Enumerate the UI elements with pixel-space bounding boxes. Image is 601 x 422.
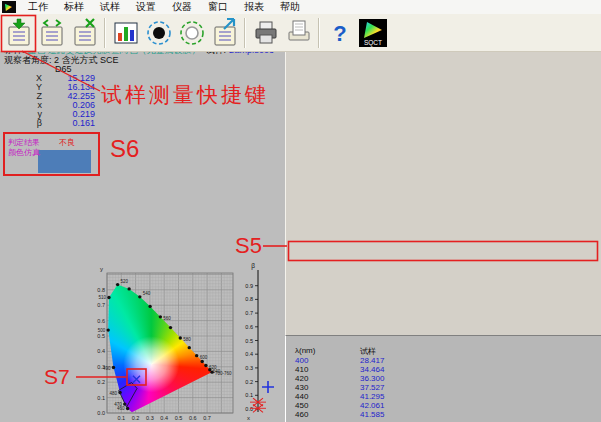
svg-text:0.0: 0.0 bbox=[97, 410, 105, 416]
toolbar-separator bbox=[104, 18, 106, 48]
wavelength-header: λ(nm) bbox=[295, 346, 315, 355]
svg-text:0.7: 0.7 bbox=[245, 310, 253, 316]
svg-text:560: 560 bbox=[163, 316, 171, 321]
toolbar-separator bbox=[318, 18, 320, 48]
shortcut-annotation: 试样测量快捷键 bbox=[101, 81, 269, 109]
target-measure-button[interactable] bbox=[142, 15, 175, 50]
menu-item-3[interactable]: 试样 bbox=[92, 0, 128, 14]
spectral-sample-value: 36.300 bbox=[360, 374, 384, 383]
menu-item-8[interactable]: 帮助 bbox=[272, 0, 308, 14]
print-preview-button[interactable] bbox=[282, 15, 315, 50]
svg-text:0.1: 0.1 bbox=[117, 415, 125, 421]
menu-item-4[interactable]: 设置 bbox=[128, 0, 164, 14]
beta-limit-marker bbox=[253, 398, 263, 406]
svg-text:0.6: 0.6 bbox=[245, 324, 253, 330]
question-mark-icon: ? bbox=[326, 18, 354, 48]
svg-text:0.4: 0.4 bbox=[245, 351, 253, 357]
menu-item-6[interactable]: 窗口 bbox=[200, 0, 236, 14]
svg-text:SQCT: SQCT bbox=[363, 39, 381, 47]
svg-text:0.3: 0.3 bbox=[97, 364, 105, 370]
svg-text:0.5: 0.5 bbox=[245, 338, 253, 344]
judgment-result-value: 不良 bbox=[59, 137, 75, 148]
svg-text:x: x bbox=[247, 415, 250, 421]
svg-text:480: 480 bbox=[110, 391, 118, 396]
svg-text:600: 600 bbox=[200, 355, 208, 360]
help-button[interactable]: ? bbox=[323, 15, 356, 50]
chromaticity-diagram bbox=[107, 273, 233, 413]
svg-text:0.7: 0.7 bbox=[203, 415, 211, 421]
export-button[interactable] bbox=[208, 15, 241, 50]
sqct-logo-icon: SQCT bbox=[358, 18, 388, 48]
measure-sample-button[interactable] bbox=[2, 15, 35, 50]
svg-text:500: 500 bbox=[98, 328, 106, 333]
delete-record-button[interactable] bbox=[68, 15, 101, 50]
readout-row-β: β0.161 bbox=[0, 118, 95, 128]
wavelength-value: 400 bbox=[295, 356, 308, 365]
browse-records-button[interactable] bbox=[35, 15, 68, 50]
color-simulation-swatch bbox=[38, 150, 91, 173]
toolbar: ? SQCT bbox=[0, 14, 601, 52]
svg-text:470: 470 bbox=[114, 402, 122, 407]
wavelength-value: 440 bbox=[295, 392, 308, 401]
svg-text:640: 640 bbox=[213, 369, 221, 374]
menu-item-7[interactable]: 报表 bbox=[236, 0, 272, 14]
svg-text:0.4: 0.4 bbox=[160, 415, 168, 421]
app-logo-icon bbox=[2, 1, 16, 13]
menu-item-1[interactable]: 工作 bbox=[20, 0, 56, 14]
print-button[interactable] bbox=[249, 15, 282, 50]
beta-limit-marker bbox=[253, 404, 263, 412]
sqct-button[interactable]: SQCT bbox=[356, 15, 389, 50]
s6-annotation: S6 bbox=[110, 135, 139, 163]
svg-text:520: 520 bbox=[121, 279, 129, 284]
spectral-sample-value: 42.061 bbox=[360, 401, 384, 410]
wavelength-value: 410 bbox=[295, 365, 308, 374]
menu-item-5[interactable]: 仪器 bbox=[164, 0, 200, 14]
svg-text:510: 510 bbox=[98, 295, 106, 300]
doc-arrow-out-icon bbox=[211, 18, 239, 48]
color-simulation-label: 颜色仿真 bbox=[8, 147, 40, 158]
svg-text:540: 540 bbox=[143, 291, 151, 296]
svg-text:0.3: 0.3 bbox=[245, 365, 253, 371]
svg-text:580: 580 bbox=[183, 337, 191, 342]
spectral-sample-value: 34.464 bbox=[360, 365, 384, 374]
chart-view-button[interactable] bbox=[109, 15, 142, 50]
s5-annotation: S5 bbox=[235, 233, 262, 259]
black-circle-target-icon bbox=[145, 18, 173, 48]
beta-sample-marker bbox=[262, 381, 274, 393]
svg-text:y: y bbox=[100, 266, 103, 272]
svg-text:0.2: 0.2 bbox=[97, 379, 105, 385]
svg-text:?: ? bbox=[333, 21, 346, 46]
printer-icon bbox=[252, 18, 280, 48]
svg-text:490: 490 bbox=[103, 366, 111, 371]
spectral-panel bbox=[285, 335, 601, 422]
wavelength-value: 450 bbox=[295, 401, 308, 410]
svg-text:620: 620 bbox=[209, 365, 217, 370]
svg-text:0.3: 0.3 bbox=[146, 415, 154, 421]
svg-text:0.0: 0.0 bbox=[245, 406, 253, 412]
calibrate-button[interactable] bbox=[175, 15, 208, 50]
svg-text:0.1: 0.1 bbox=[97, 395, 105, 401]
application-window: 工作标样试样设置仪器窗口报表帮助 bbox=[0, 0, 601, 422]
wavelength-value: 420 bbox=[295, 374, 308, 383]
white-circle-ring-icon bbox=[178, 18, 206, 48]
svg-text:0.8: 0.8 bbox=[245, 296, 253, 302]
menu-item-2[interactable]: 标样 bbox=[56, 0, 92, 14]
s7-annotation: S7 bbox=[44, 365, 70, 389]
bar-chart-icon bbox=[112, 18, 140, 48]
spectral-sample-value: 41.585 bbox=[360, 410, 384, 419]
svg-text:0.4: 0.4 bbox=[97, 348, 105, 354]
svg-text:β: β bbox=[251, 262, 255, 270]
judgment-box: 判定结果 不良 颜色仿真 bbox=[3, 132, 100, 176]
spectral-sample-value: 28.417 bbox=[360, 356, 384, 365]
svg-text:0.6: 0.6 bbox=[97, 318, 105, 324]
spectral-sample-value: 37.527 bbox=[360, 383, 384, 392]
doc-angle-brackets-icon bbox=[38, 18, 66, 48]
svg-text:0.6: 0.6 bbox=[189, 415, 197, 421]
svg-text:0.2: 0.2 bbox=[132, 415, 140, 421]
svg-text:0.2: 0.2 bbox=[245, 379, 253, 385]
svg-text:0.5: 0.5 bbox=[97, 333, 105, 339]
svg-text:0.7: 0.7 bbox=[97, 302, 105, 308]
spectral-sample-value: 41.295 bbox=[360, 392, 384, 401]
svg-text:0.9: 0.9 bbox=[245, 283, 253, 289]
wavelength-value: 430 bbox=[295, 383, 308, 392]
